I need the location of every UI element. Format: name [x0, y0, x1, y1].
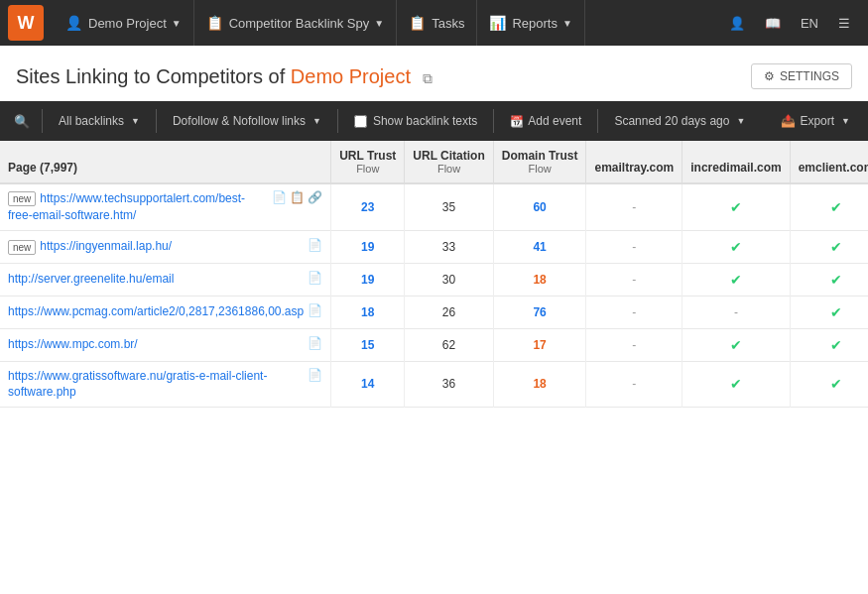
url-trust-number: 18 [361, 305, 374, 319]
url-cell: https://www.pcmag.com/article2/0,2817,23… [0, 296, 331, 328]
check-icon: ✔ [730, 199, 742, 215]
app-logo[interactable]: W [8, 5, 44, 41]
url-cell-inner: https://www.gratissoftware.nu/gratis-e-m… [8, 368, 322, 402]
chevron-down-icon: ▼ [841, 116, 850, 126]
url-icons: 📄 [308, 271, 322, 285]
chevron-down-icon: ▼ [374, 18, 384, 29]
nav-backlink-spy[interactable]: 📋 Competitor Backlink Spy ▼ [194, 0, 398, 46]
doc-icon[interactable]: 📄 [308, 271, 322, 285]
url-text-wrap: newhttps://www.techsupportalert.com/best… [8, 190, 268, 224]
url-trust-value: 19 [331, 230, 405, 263]
emclient-cell: ✔ [790, 361, 868, 408]
emclient-cell: ✔ [790, 263, 868, 296]
url-link[interactable]: https://www.gratissoftware.nu/gratis-e-m… [8, 369, 267, 400]
col-header-emailtray: emailtray.com [586, 141, 682, 183]
url-trust-number: 23 [361, 200, 374, 214]
url-citation-value: 30 [405, 263, 493, 296]
emailtray-cell: - [586, 296, 682, 328]
new-badge: new [8, 191, 36, 206]
nav-tasks[interactable]: 📋 Tasks [397, 0, 477, 46]
separator [42, 109, 43, 133]
check-icon: ✔ [730, 272, 742, 288]
url-link[interactable]: http://server.greenelite.hu/email [8, 272, 174, 286]
separator [337, 109, 338, 133]
nav-demo-project[interactable]: 👤 Demo Project ▼ [54, 0, 194, 46]
doc-icon[interactable]: 📄 [308, 238, 322, 252]
scanned-date-button[interactable]: Scanned 20 days ago ▼ [604, 110, 755, 132]
doc-icon[interactable]: 📄 [308, 368, 322, 382]
url-cell-inner: newhttps://ingyenmail.lap.hu/ 📄 [8, 238, 322, 255]
chevron-down-icon: ▼ [172, 18, 182, 29]
dash-value: - [734, 305, 738, 319]
check-icon: ✔ [830, 199, 842, 215]
doc-icon[interactable]: 📄 [272, 190, 287, 204]
export-button[interactable]: 📤 Export ▼ [771, 110, 860, 132]
check-icon: ✔ [730, 239, 742, 255]
url-cell: newhttps://www.techsupportalert.com/best… [0, 183, 331, 230]
url-link[interactable]: https://ingyenmail.lap.hu/ [40, 239, 172, 253]
url-icons: 📄 [308, 238, 322, 252]
url-citation-value: 36 [405, 361, 493, 408]
url-cell-inner: https://www.mpc.com.br/ 📄 [8, 336, 322, 353]
new-badge: new [8, 240, 36, 255]
table-row: https://www.mpc.com.br/ 📄 156217-✔✔ [0, 328, 868, 361]
all-backlinks-filter[interactable]: All backlinks ▼ [49, 110, 150, 132]
dash-value: - [632, 305, 636, 319]
domain-trust-number: 60 [533, 200, 546, 214]
url-trust-number: 19 [361, 240, 374, 254]
user-icon: 👤 [65, 15, 82, 31]
separator [597, 109, 598, 133]
table-icon: 📋 [206, 15, 223, 31]
emailtray-cell: - [586, 361, 682, 408]
show-backlink-texts-toggle[interactable]: Show backlink texts [344, 110, 487, 132]
plus-icon: 📆 [510, 115, 524, 128]
show-backlink-texts-checkbox[interactable] [354, 115, 367, 128]
settings-button[interactable]: ⚙ SETTINGS [751, 63, 852, 89]
nav-reports[interactable]: 📊 Reports ▼ [477, 0, 584, 46]
search-button[interactable]: 🔍 [8, 107, 36, 135]
url-link[interactable]: https://www.pcmag.com/article2/0,2817,23… [8, 304, 304, 318]
domain-trust-number: 41 [533, 240, 546, 254]
copy-icon[interactable]: 📋 [290, 190, 305, 204]
table-row: newhttps://ingyenmail.lap.hu/ 📄 193341-✔… [0, 230, 868, 263]
link-icon[interactable]: 🔗 [308, 190, 322, 204]
chevron-down-icon: ▼ [562, 18, 572, 29]
url-cell: https://www.gratissoftware.nu/gratis-e-m… [0, 361, 331, 408]
col-header-emclient: emclient.com [790, 141, 868, 183]
url-link[interactable]: https://www.techsupportalert.com/best-fr… [8, 191, 245, 222]
url-link[interactable]: https://www.mpc.com.br/ [8, 337, 138, 351]
col-header-incredimail: incredimail.com [682, 141, 790, 183]
url-text-wrap: https://www.pcmag.com/article2/0,2817,23… [8, 303, 304, 320]
language-selector[interactable]: EN [791, 0, 828, 46]
table-row: https://www.pcmag.com/article2/0,2817,23… [0, 296, 868, 328]
url-citation-value: 62 [405, 328, 493, 361]
check-icon: ✔ [830, 376, 842, 392]
check-icon: ✔ [830, 272, 842, 288]
hamburger-menu-button[interactable]: ☰ [828, 0, 860, 46]
url-cell-inner: http://server.greenelite.hu/email 📄 [8, 271, 322, 288]
copy-page-icon[interactable]: ⧉ [423, 70, 433, 86]
domain-trust-value: 18 [493, 361, 586, 408]
dofollow-nofollow-filter[interactable]: Dofollow & Nofollow links ▼ [163, 110, 331, 132]
url-cell-inner: newhttps://www.techsupportalert.com/best… [8, 190, 322, 224]
page-title: Sites Linking to Competitors of Demo Pro… [16, 65, 433, 88]
url-citation-value: 33 [405, 230, 493, 263]
url-cell: newhttps://ingyenmail.lap.hu/ 📄 [0, 230, 331, 263]
emclient-cell: ✔ [790, 328, 868, 361]
bookmark-button[interactable]: 📖 [755, 0, 791, 46]
table-row: https://www.gratissoftware.nu/gratis-e-m… [0, 361, 868, 408]
user-profile-button[interactable]: 👤 [719, 0, 755, 46]
dash-value: - [632, 338, 636, 352]
incredimail-cell: ✔ [682, 361, 790, 408]
emailtray-cell: - [586, 263, 682, 296]
domain-trust-number: 76 [533, 305, 546, 319]
dash-value: - [632, 240, 636, 254]
add-event-button[interactable]: 📆 Add event [500, 110, 591, 132]
url-icons: 📄📋🔗 [272, 190, 322, 204]
top-navigation: W 👤 Demo Project ▼ 📋 Competitor Backlink… [0, 0, 868, 46]
doc-icon[interactable]: 📄 [308, 303, 322, 317]
url-trust-value: 18 [331, 296, 405, 328]
doc-icon[interactable]: 📄 [308, 336, 322, 350]
backlinks-table: Page (7,997) URL Trust Flow URL Citation… [0, 141, 868, 408]
dash-value: - [632, 200, 636, 214]
